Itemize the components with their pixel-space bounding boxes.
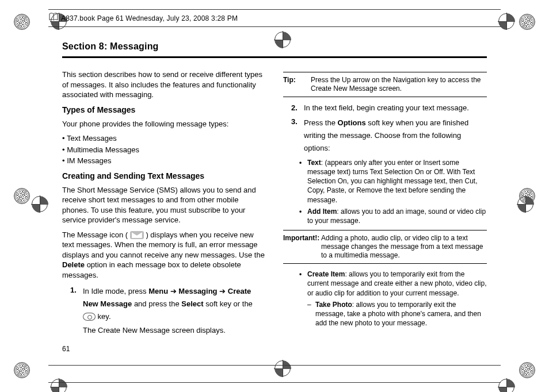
step-number: 2. [291,103,304,113]
page-content: Section 8: Messaging This section descri… [62,41,487,351]
option-create-item-label: Create Item [307,270,345,278]
option-add-item-label: Add Item [307,207,337,216]
text-fragment: The Message icon ( [62,230,128,239]
bullet-icon: • [299,207,307,225]
book-icon [49,13,58,22]
step-2: 2. In the text field, begin creating you… [291,103,487,113]
right-column: Tip: Press the Up arrow on the Navigatio… [283,67,487,343]
text-fragment: In Idle mode, press [83,287,148,295]
tip-box: Tip: Press the Up arrow on the Navigatio… [283,72,487,97]
text-fragment: and press the [132,299,181,308]
registration-mark-icon [519,362,535,378]
text-fragment: Press the [304,118,338,127]
tip-label: Tip: [283,76,311,93]
option-create-item: • Create Item: allows you to temporarily… [299,270,487,298]
step-number: 1. [70,285,83,340]
option-add-item: • Add Item: allows you to add an image, … [299,207,487,225]
options-label: Options [338,118,366,127]
step-1-line1: In Idle mode, press Menu ➔ Messaging ➔ C… [83,285,266,323]
arrow-separator: ➔ [218,287,228,295]
sub-option-take-photo: – Take Photo: allows you to temporarily … [307,300,487,328]
registration-mark-icon [14,14,30,30]
heading-types: Types of Messages [62,105,266,116]
registration-mark-icon [519,14,535,30]
heading-creating: Creating and Sending Text Messages [62,171,266,182]
bullet-multimedia-messages: • Multimedia Messages [62,145,266,155]
important-body: Adding a photo, audio clip, or video cli… [321,234,487,260]
arrow-separator: ➔ [168,287,178,295]
footer-rule [48,365,501,366]
take-photo-label: Take Photo [315,301,352,309]
option-text-label: Text [307,159,321,167]
option-text-body: : (appears only after you enter or Inser… [307,159,478,204]
text-fragment: soft key or the [204,299,253,308]
ok-key-icon [83,313,96,321]
types-intro: Your phone provides the following messag… [62,119,266,129]
step-3: 3. Press the Options soft key when you a… [291,117,487,155]
section-title: Section 8: Messaging [62,41,487,58]
registration-mark-icon [14,188,30,204]
registration-mark-icon [14,362,30,378]
step-1-line2: The Create New Message screen displays. [83,325,266,336]
messaging-label: Messaging [178,287,217,295]
important-label: Important!: [283,234,321,260]
bullet-icon: • [299,158,307,205]
step-1: 1. In Idle mode, press Menu ➔ Messaging … [70,285,266,340]
step-2-body: In the text field, begin creating your t… [304,103,487,113]
bullet-text-messages: • Text Messages [62,133,266,144]
header-rule [48,26,501,27]
left-column: This section describes how to send or re… [62,67,266,343]
bullet-im-messages: • IM Messages [62,156,266,166]
text-fragment: option in each message box to delete obs… [62,260,241,279]
menu-label: Menu [148,287,168,295]
footer-rule [48,382,501,383]
header-rule [48,9,501,10]
select-label: Select [181,299,203,308]
dash-icon: – [307,300,315,328]
page-header-text: A837.book Page 61 Wednesday, July 23, 20… [61,14,238,22]
page-number: 61 [62,345,70,353]
message-icon-paragraph: The Message icon ( ) displays when you r… [62,230,266,280]
important-box: Important!: Adding a photo, audio clip, … [283,230,487,264]
option-text: • Text: (appears only after you enter or… [299,158,487,205]
bullet-icon: • [299,270,307,298]
step-number: 3. [291,117,304,155]
message-icon [130,231,144,239]
sms-paragraph: The Short Message Service (SMS) allows y… [62,185,266,225]
tip-body: Press the Up arrow on the Navigation key… [311,76,487,93]
intro-paragraph: This section describes how to send or re… [62,70,266,100]
delete-label: Delete [62,260,85,269]
text-fragment: key. [96,312,111,321]
